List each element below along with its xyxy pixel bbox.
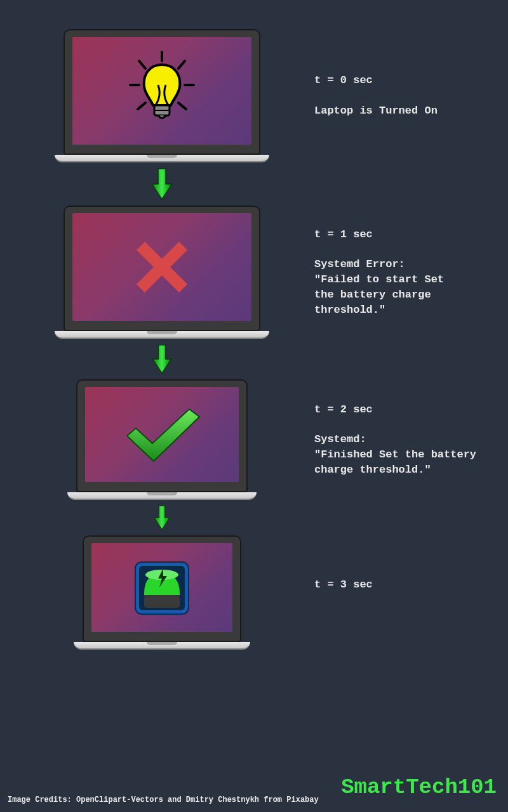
brand-watermark: SmartTech101 [341, 775, 497, 799]
laptop-base [55, 331, 269, 339]
arrow-wrap [44, 500, 279, 535]
laptop-bezel [83, 535, 241, 642]
arrow-wrap [44, 162, 279, 206]
step-row: t = 0 sec Laptop is Turned On [0, 0, 508, 162]
step-row: t = 1 sec Systemd Error: "Failed to star… [0, 206, 508, 339]
laptop [64, 29, 260, 162]
step-text: Laptop is Turned On [314, 103, 508, 119]
arrow-down-icon [153, 505, 171, 530]
svg-line-5 [138, 103, 145, 109]
laptop-screen [85, 387, 239, 482]
laptop-screen [91, 543, 232, 632]
step-caption: t = 0 sec Laptop is Turned On [279, 58, 508, 134]
svg-line-6 [178, 103, 186, 109]
laptop-screen [72, 213, 251, 321]
laptop-base [74, 642, 250, 650]
step-caption: t = 3 sec [279, 562, 508, 622]
image-credits: Image Credits: OpenClipart-Vectors and D… [8, 796, 319, 804]
laptop-col [44, 535, 279, 650]
step-text: Systemd: "Finished Set the battery charg… [314, 432, 508, 477]
laptop-bezel [64, 206, 260, 331]
step-row: t = 3 sec [0, 535, 508, 650]
arrow-down-icon [150, 167, 173, 200]
check-icon [121, 403, 203, 466]
arrow-down-icon [151, 344, 173, 374]
step-time: t = 1 sec [314, 227, 508, 242]
cross-icon [127, 232, 197, 302]
laptop-screen [72, 37, 251, 145]
step-time: t = 2 sec [314, 402, 508, 417]
laptop-col [44, 29, 279, 162]
arrow-wrap [44, 339, 279, 379]
step-row: t = 2 sec Systemd: "Finished Set the bat… [0, 379, 508, 500]
laptop [64, 206, 260, 339]
laptop-base [67, 492, 257, 500]
battery-charging-icon [130, 556, 194, 619]
step-caption: t = 2 sec Systemd: "Finished Set the bat… [279, 387, 508, 493]
svg-line-1 [139, 61, 145, 69]
laptop-base [55, 155, 269, 162]
step-caption: t = 1 sec Systemd Error: "Failed to star… [279, 212, 508, 332]
step-time: t = 3 sec [314, 577, 508, 593]
laptop [76, 379, 248, 500]
step-time: t = 0 sec [314, 73, 508, 88]
lightbulb-icon [124, 49, 200, 132]
laptop-col [44, 379, 279, 500]
laptop [83, 535, 241, 650]
svg-line-2 [178, 61, 185, 69]
laptop-bezel [76, 379, 248, 492]
laptop-col [44, 206, 279, 339]
laptop-bezel [64, 29, 260, 155]
step-text: Systemd Error: "Failed to start Set the … [314, 257, 508, 317]
